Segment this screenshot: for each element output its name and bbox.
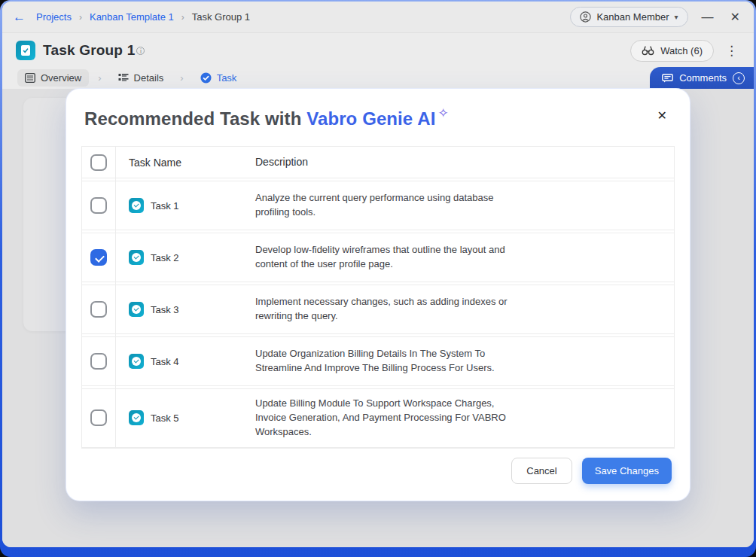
task-description: Analyze the current query performance us… <box>255 184 526 227</box>
app-window: ← Projects › Kanban Template 1 › Task Gr… <box>2 2 754 547</box>
sparkle-icon: ✧ <box>437 106 448 120</box>
select-all-checkbox[interactable] <box>90 154 107 171</box>
chevron-left-circle-icon: ‹ <box>733 72 745 84</box>
table-row: Task 2 Develop low-fidelity wireframes t… <box>82 233 674 282</box>
task-item-icon <box>129 250 144 265</box>
tab-details[interactable]: Details <box>111 69 172 87</box>
task-description: Implement necessary changes, such as add… <box>255 288 526 331</box>
watch-label: Watch (6) <box>660 45 703 56</box>
task-name: Task 1 <box>151 200 179 212</box>
cancel-button[interactable]: Cancel <box>511 458 572 484</box>
tabs-bar: Overview › Details › Task Comments <box>2 66 754 89</box>
tab-task-label: Task <box>217 72 237 84</box>
comments-button[interactable]: Comments ‹ <box>650 67 754 89</box>
table-row: Task 5 Update Billing Module To Support … <box>82 388 674 448</box>
overview-icon <box>25 73 35 83</box>
chevron-right-icon: › <box>79 12 82 23</box>
task-item-icon <box>129 302 144 317</box>
task-name: Task 3 <box>151 304 179 315</box>
breadcrumb-task-group: Task Group 1 <box>192 11 250 23</box>
breadcrumb-kanban-template[interactable]: Kanban Template 1 <box>90 11 174 23</box>
member-dropdown[interactable]: Kanban Member ▾ <box>570 7 687 27</box>
chevron-right-icon: › <box>181 12 184 23</box>
kebab-menu-icon[interactable]: ⋮ <box>723 43 740 59</box>
comments-label: Comments <box>679 72 727 84</box>
tab-overview[interactable]: Overview <box>17 69 89 87</box>
tab-overview-label: Overview <box>41 72 81 84</box>
member-label: Kanban Member <box>596 11 669 23</box>
task-table-body: Task 1 Analyze the current query perform… <box>82 181 674 448</box>
task-item-icon <box>129 354 144 369</box>
row-checkbox[interactable] <box>90 197 107 214</box>
task-table: Task Name Description Task 1 Analyze the… <box>81 146 675 449</box>
table-row: Task 4 Update Organization Billing Detai… <box>82 336 674 386</box>
page-title: Task Group 1 <box>43 42 135 59</box>
comment-icon <box>662 74 673 83</box>
task-description: Update Billing Module To Support Workspa… <box>255 389 526 447</box>
back-arrow-icon[interactable]: ← <box>13 10 26 25</box>
table-row: Task 3 Implement necessary changes, such… <box>82 285 674 334</box>
modal-close-icon[interactable]: ✕ <box>653 105 672 126</box>
watch-button[interactable]: Watch (6) <box>630 40 714 62</box>
save-changes-button[interactable]: Save Changes <box>582 458 672 484</box>
tab-details-label: Details <box>134 72 164 84</box>
info-icon[interactable]: i <box>136 47 145 55</box>
chevron-right-icon: › <box>180 72 183 84</box>
chevron-down-icon: ▾ <box>675 13 678 21</box>
top-bar: ← Projects › Kanban Template 1 › Task Gr… <box>2 2 754 33</box>
task-item-icon <box>129 198 144 213</box>
row-checkbox[interactable] <box>90 409 107 426</box>
content-area: Recommended Task with Vabro Genie AI✧ ✕ … <box>2 89 754 547</box>
modal-title: Recommended Task with Vabro Genie AI✧ <box>84 108 449 129</box>
breadcrumb: Projects › Kanban Template 1 › Task Grou… <box>36 11 250 23</box>
task-name: Task 5 <box>151 412 179 424</box>
recommended-task-modal: Recommended Task with Vabro Genie AI✧ ✕ … <box>66 89 690 501</box>
breadcrumb-projects[interactable]: Projects <box>36 11 72 23</box>
task-group-icon <box>16 41 35 60</box>
table-row: Task 1 Analyze the current query perform… <box>82 181 674 230</box>
row-checkbox[interactable] <box>90 353 107 370</box>
task-description: Develop low-fidelity wireframes that out… <box>255 236 526 279</box>
chevron-right-icon: › <box>98 72 101 84</box>
task-description: Update Organization Billing Details In T… <box>255 339 526 383</box>
task-name: Task 4 <box>151 356 179 367</box>
task-check-icon <box>200 72 212 84</box>
task-name: Task 2 <box>151 252 179 263</box>
modal-title-highlight: Vabro Genie AI <box>306 108 435 129</box>
desktop-frame: ← Projects › Kanban Template 1 › Task Gr… <box>0 0 756 557</box>
row-checkbox[interactable] <box>90 301 107 318</box>
page-header: Task Group 1 i Watch (6) ⋮ <box>2 33 754 66</box>
table-header-row: Task Name Description <box>82 147 674 178</box>
details-icon <box>118 73 129 82</box>
row-checkbox[interactable] <box>90 249 107 266</box>
close-window-button[interactable]: ✕ <box>727 10 743 25</box>
column-description: Description <box>255 154 526 169</box>
column-task-name: Task Name <box>115 157 255 169</box>
person-icon <box>580 11 591 23</box>
binoculars-icon <box>642 45 654 56</box>
minimize-button[interactable]: — <box>699 10 717 25</box>
task-item-icon <box>129 410 144 425</box>
tab-task[interactable]: Task <box>193 69 245 87</box>
